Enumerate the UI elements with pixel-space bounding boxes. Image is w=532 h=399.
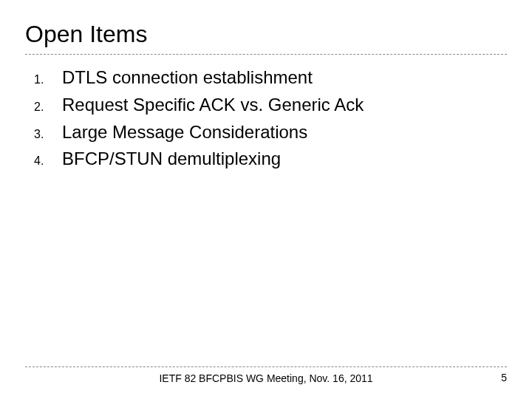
footer-row: IETF 82 BFCPBIS WG Meeting, Nov. 16, 201…: [25, 372, 507, 386]
footer-text: IETF 82 BFCPBIS WG Meeting, Nov. 16, 201…: [47, 372, 485, 386]
list-text: Request Specific ACK vs. Generic Ack: [62, 92, 507, 118]
divider-top: [25, 54, 507, 55]
list-text: BFCP/STUN demultiplexing: [62, 146, 507, 172]
slide-footer: IETF 82 BFCPBIS WG Meeting, Nov. 16, 201…: [25, 366, 507, 386]
list-number: 2.: [25, 98, 62, 115]
page-number: 5: [485, 372, 507, 383]
list-text: Large Message Considerations: [62, 120, 507, 146]
list-text: DTLS connection establishment: [62, 65, 507, 91]
list-item: 3. Large Message Considerations: [25, 120, 507, 146]
list-item: 2. Request Specific ACK vs. Generic Ack: [25, 92, 507, 118]
divider-bottom: [25, 366, 507, 367]
list-item: 1. DTLS connection establishment: [25, 65, 507, 91]
slide: Open Items 1. DTLS connection establishm…: [0, 0, 532, 399]
slide-title: Open Items: [25, 21, 507, 48]
list-item: 4. BFCP/STUN demultiplexing: [25, 146, 507, 172]
list-number: 4.: [25, 152, 62, 169]
list-number: 1.: [25, 71, 62, 88]
open-items-list: 1. DTLS connection establishment 2. Requ…: [25, 65, 507, 172]
list-number: 3.: [25, 126, 62, 143]
